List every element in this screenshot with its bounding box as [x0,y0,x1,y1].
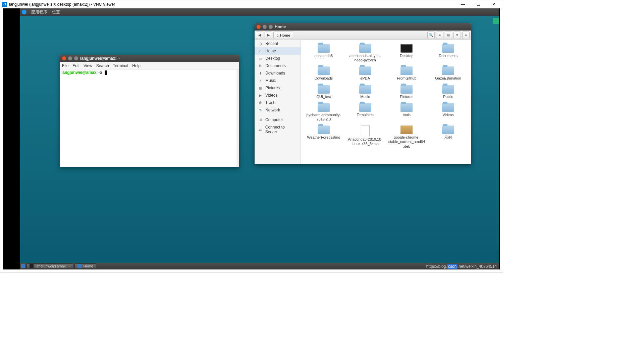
sidebar-item-recent[interactable]: ◷Recent [255,40,301,47]
close-button[interactable]: ✕ [486,1,501,8]
view-list-button[interactable]: ≡ [436,32,443,39]
sidebar-item-trash[interactable]: 🗑Trash [255,99,301,106]
file-item[interactable]: anaconda3 [303,43,344,64]
minimize-button[interactable]: — [455,1,471,8]
search-button[interactable]: 🔍 [427,32,435,39]
sidebar-item-desktop[interactable]: ▭Desktop [255,55,301,62]
menu-terminal[interactable]: Terminal [113,63,128,68]
file-item[interactable]: GazeEstimation [427,65,469,82]
menu-file[interactable]: File [62,63,68,68]
panel-handle-icon[interactable] [493,18,499,24]
xfce-desktop[interactable]: 应用程序 位置 langjunwei@amax: ~ File Edit Vie… [20,8,499,269]
folder-icon [359,44,371,53]
file-label: tools [403,113,411,117]
folder-icon [318,103,330,112]
hamburger-menu-button[interactable]: ≡ [462,32,470,39]
music-icon: ♪ [258,79,263,83]
terminal-window[interactable]: langjunwei@amax: ~ File Edit View Search… [60,55,239,167]
folder-icon [318,66,330,75]
xfce-top-panel[interactable]: 应用程序 位置 [20,8,499,16]
file-item[interactable]: Anaconda3-2019.10-Linux-x86_64.sh [344,124,386,150]
file-item[interactable]: WeatherForecasting [303,124,344,150]
nav-back-button[interactable]: ◀ [256,32,263,39]
home-icon: ⌂ [276,33,279,37]
file-item[interactable]: ePDA [344,65,386,82]
file-item[interactable]: pycharm-community-2019.2.3 [303,102,344,123]
folder-icon [400,66,413,75]
file-label: Pictures [400,95,414,99]
sidebar-item-documents[interactable]: 🗎Documents [255,62,301,69]
file-label: WeatherForecasting [307,135,340,140]
xfce-bottom-taskbar[interactable]: langjunwei@amax: ~ Home https://blog.csd… [20,263,499,269]
folder-icon [442,85,454,94]
fm-toolbar: ◀ ▶ ⌂ Home 🔍 ≡ ⊞ ▾ ≡ [255,31,471,40]
sidebar-item-connect-server[interactable]: ⇄Connect to Server [255,123,301,136]
desktop-icon [400,44,413,53]
terminal-scrollbar[interactable] [236,69,239,167]
menu-search[interactable]: Search [96,63,109,68]
file-item[interactable]: tools [386,102,428,123]
view-more-button[interactable]: ▾ [453,32,461,39]
sidebar-item-home[interactable]: ⌂Home [255,47,301,55]
show-desktop-icon[interactable] [21,264,25,268]
vnc-window: V2 langjunwei (langjunwei's X desktop (a… [0,0,503,272]
taskbar-item-terminal[interactable]: langjunwei@amax: ~ [26,263,73,269]
file-label: Anaconda3-2019.10-Linux-x86_64.sh [347,137,384,146]
file-label: 示例 [444,135,452,140]
menu-view[interactable]: View [84,63,92,68]
maximize-button[interactable]: ☐ [471,1,486,8]
fm-file-grid[interactable]: anaconda3attention-is-all-you-need-pytor… [301,40,471,164]
menu-help[interactable]: Help [132,63,141,68]
nav-home-button[interactable]: ⌂ Home [273,32,293,39]
folder-icon [77,264,82,268]
file-label: google-chrome-stable_current_amd64.deb [388,135,425,149]
terminal-titlebar[interactable]: langjunwei@amax: ~ [60,55,239,62]
file-label: ePDA [360,76,370,81]
nav-forward-button[interactable]: ▶ [265,32,272,39]
window-close-icon[interactable] [257,25,261,29]
vnc-titlebar[interactable]: V2 langjunwei (langjunwei's X desktop (a… [0,0,503,8]
window-minimize-icon[interactable] [263,25,267,29]
sidebar-item-downloads[interactable]: ⬇Downloads [255,69,301,77]
file-label: pycharm-community-2019.2.3 [305,113,342,121]
nav-home-label: Home [280,33,290,37]
file-item[interactable]: Pictures [386,84,428,100]
window-maximize-icon[interactable] [74,56,78,60]
window-maximize-icon[interactable] [269,25,273,29]
file-item[interactable]: Music [344,84,386,100]
file-item[interactable]: FromGithub [386,65,428,82]
file-manager-window[interactable]: Home ◀ ▶ ⌂ Home 🔍 ≡ ⊞ ▾ ≡ [255,23,471,164]
sidebar-item-music[interactable]: ♪Music [255,77,301,84]
terminal-menubar: File Edit View Search Terminal Help [60,62,239,69]
file-item[interactable]: Desktop [386,43,428,64]
terminal-body[interactable]: langjunwei@amax:~$ [60,69,236,167]
window-minimize-icon[interactable] [68,56,72,60]
folder-icon [400,85,413,94]
sidebar-item-pictures[interactable]: ▦Pictures [255,84,301,92]
file-item[interactable]: 示例 [427,124,469,150]
folder-icon [442,126,454,134]
file-item[interactable]: Templates [344,102,386,123]
file-item[interactable]: Documents [427,43,469,64]
file-item[interactable]: GUI_test [303,84,344,100]
trash-icon: 🗑 [258,101,263,105]
file-item[interactable]: google-chrome-stable_current_amd64.deb [386,124,428,150]
file-label: Downloads [315,76,333,81]
sidebar-item-computer[interactable]: 🖥Computer [255,116,301,123]
file-item[interactable]: attention-is-all-you-need-pytorch [344,43,386,64]
prompt-end: $ [100,70,102,75]
taskbar-item-home[interactable]: Home [74,263,96,269]
file-item[interactable]: Downloads [303,65,344,82]
file-label: GUI_test [316,95,331,99]
fm-titlebar[interactable]: Home [255,23,471,31]
window-close-icon[interactable] [62,56,66,60]
menu-edit[interactable]: Edit [72,63,79,68]
view-grid-button[interactable]: ⊞ [445,32,452,39]
file-item[interactable]: Public [427,84,469,100]
file-icon [361,126,370,136]
sidebar-item-network[interactable]: ⇅Network [255,106,301,114]
panel-places[interactable]: 位置 [52,9,60,15]
sidebar-item-videos[interactable]: ▶Videos [255,92,301,99]
panel-applications[interactable]: 应用程序 [31,9,47,15]
file-item[interactable]: Videos [427,102,469,123]
